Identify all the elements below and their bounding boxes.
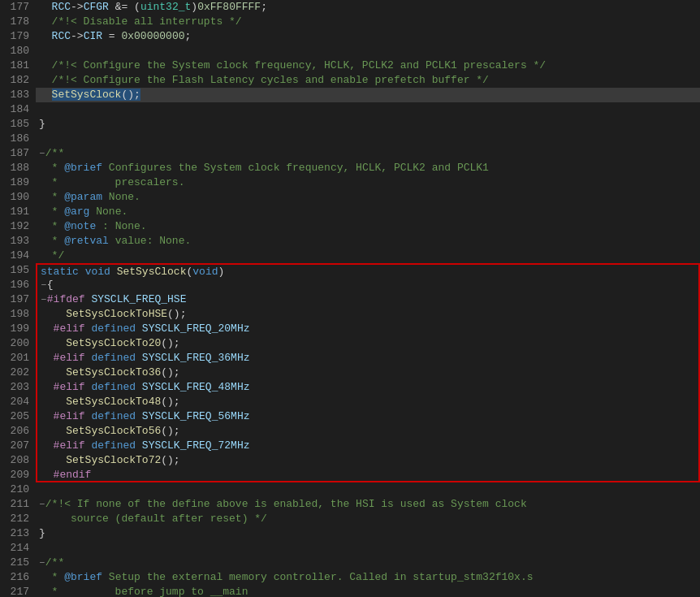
code-line-202: SetSysClockTo36(); — [36, 366, 700, 380]
collapse-icon-187[interactable]: – — [39, 146, 45, 161]
code-line-192: * @note : None. — [36, 219, 700, 234]
code-content[interactable]: RCC->CFGR &= (uint32_t)0xFF80FFFF; /*!< … — [36, 0, 700, 597]
code-line-189: * prescalers. — [36, 175, 700, 190]
code-line-201: #elif defined SYSCLK_FREQ_36MHz — [36, 351, 700, 366]
code-line-180 — [36, 44, 700, 58]
code-line-186 — [36, 132, 700, 146]
code-line-208: SetSysClockTo72(); — [36, 453, 700, 468]
code-line-177: RCC->CFGR &= (uint32_t)0xFF80FFFF; — [36, 0, 700, 15]
code-line-195: static void SetSysClock(void) — [36, 263, 700, 278]
line-numbers: 177 178 179 180 181 182 183 184 185 186 … — [0, 0, 36, 597]
code-line-197: –#ifdef SYSCLK_FREQ_HSE — [36, 292, 700, 307]
code-line-193: * @retval value: None. — [36, 234, 700, 249]
code-line-185: } — [36, 117, 700, 132]
code-line-217: * before jump to __main — [36, 585, 700, 597]
code-line-212: source (default after reset) */ — [36, 512, 700, 526]
code-line-199: #elif defined SYSCLK_FREQ_20MHz — [36, 322, 700, 336]
code-line-213: } — [36, 526, 700, 541]
code-line-181: /*!< Configure the System clock frequenc… — [36, 58, 700, 73]
collapse-icon-211[interactable]: – — [39, 497, 45, 512]
code-line-204: SetSysClockTo48(); — [36, 395, 700, 409]
code-line-194: */ — [36, 249, 700, 263]
code-line-200: SetSysClockTo20(); — [36, 336, 700, 351]
code-line-210 — [36, 482, 700, 497]
code-line-209: #endif — [36, 468, 700, 482]
code-line-187: –/** — [36, 146, 700, 161]
code-line-203: #elif defined SYSCLK_FREQ_48MHz — [36, 380, 700, 395]
code-line-191: * @arg None. — [36, 205, 700, 219]
code-line-188: * @brief Configures the System clock fre… — [36, 161, 700, 175]
code-line-207: #elif defined SYSCLK_FREQ_72MHz — [36, 439, 700, 453]
code-editor: 177 178 179 180 181 182 183 184 185 186 … — [0, 0, 700, 597]
collapse-icon-197[interactable]: – — [41, 292, 47, 307]
code-line-184 — [36, 102, 700, 117]
code-line-205: #elif defined SYSCLK_FREQ_56MHz — [36, 409, 700, 424]
code-line-206: SetSysClockTo56(); — [36, 424, 700, 439]
code-line-179: RCC->CIR = 0x00000000; — [36, 29, 700, 44]
code-line-182: /*!< Configure the Flash Latency cycles … — [36, 73, 700, 88]
code-line-183: SetSysClock(); — [36, 88, 700, 102]
code-line-178: /*!< Disable all interrupts */ — [36, 15, 700, 29]
collapse-icon-196[interactable]: – — [41, 278, 47, 292]
code-line-211: –/*!< If none of the define above is ena… — [36, 497, 700, 512]
code-line-215: –/** — [36, 556, 700, 570]
collapse-icon-215[interactable]: – — [39, 556, 45, 570]
code-line-190: * @param None. — [36, 190, 700, 205]
code-line-196: –{ — [36, 278, 700, 292]
code-line-216: * @brief Setup the external memory contr… — [36, 570, 700, 585]
code-line-214 — [36, 541, 700, 556]
code-line-198: SetSysClockToHSE(); — [36, 307, 700, 322]
